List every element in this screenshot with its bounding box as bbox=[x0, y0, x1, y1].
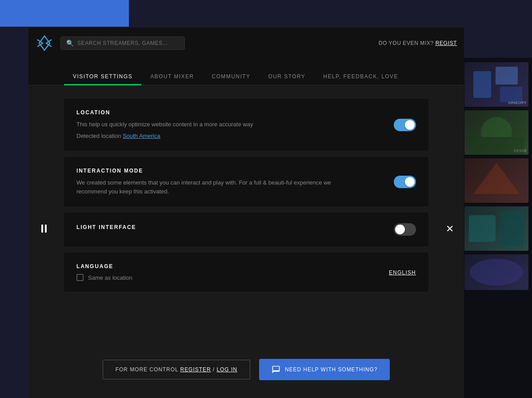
light-interface-title: LIGHT INTERFACE bbox=[76, 224, 385, 230]
location-toggle-track bbox=[394, 119, 416, 131]
same-as-location-row[interactable]: Same as location bbox=[76, 274, 389, 281]
header: 🔍 DO YOU EVEN MIX? REGIST bbox=[28, 28, 464, 59]
interaction-mode-content: INTERACTION MODE We created some element… bbox=[76, 168, 385, 196]
location-content: LOCATION This help us quickly optimize w… bbox=[76, 109, 385, 140]
tab-visitor-settings[interactable]: VISITOR SETTINGS bbox=[64, 68, 141, 85]
location-toggle-wrap[interactable] bbox=[394, 119, 416, 131]
register-control-button[interactable]: FOR MORE CONTROL REGISTER / LOG IN bbox=[103, 360, 250, 379]
svg-rect-5 bbox=[469, 137, 524, 155]
game-thumb-1[interactable]: ARMORY bbox=[464, 62, 528, 107]
search-input[interactable] bbox=[77, 40, 175, 46]
svg-rect-3 bbox=[500, 87, 522, 102]
pause-bar-2 bbox=[45, 225, 47, 233]
location-toggle[interactable] bbox=[394, 119, 416, 131]
game-thumb-3[interactable] bbox=[464, 158, 528, 203]
interaction-toggle-track bbox=[394, 176, 416, 188]
location-title: LOCATION bbox=[76, 109, 385, 116]
footer-register-link[interactable]: REGISTER bbox=[180, 366, 211, 373]
pause-bar-1 bbox=[41, 225, 43, 233]
search-icon: 🔍 bbox=[66, 40, 74, 47]
light-interface-toggle-thumb bbox=[395, 225, 405, 234]
need-help-button[interactable]: NEED HELP WITH SOMETHING? bbox=[259, 359, 390, 380]
tab-community[interactable]: COMMUNITY bbox=[203, 68, 259, 85]
interaction-mode-title: INTERACTION MODE bbox=[76, 168, 385, 174]
language-title: LANGUAGE bbox=[76, 263, 389, 269]
help-button-label: NEED HELP WITH SOMETHING? bbox=[285, 366, 377, 373]
interaction-mode-desc: We created some elements that you can in… bbox=[76, 178, 343, 196]
location-toggle-thumb bbox=[405, 120, 415, 130]
svg-rect-6 bbox=[469, 215, 496, 242]
game-thumb-2[interactable]: DEMO bbox=[464, 110, 528, 155]
game-thumb-4[interactable] bbox=[464, 206, 528, 251]
mixer-logo[interactable] bbox=[36, 34, 53, 52]
footer-login-link[interactable]: LOG IN bbox=[216, 366, 237, 373]
main-content: LOCATION This help us quickly optimize w… bbox=[28, 85, 464, 398]
footer-bar: FOR MORE CONTROL REGISTER / LOG IN NEED … bbox=[28, 359, 464, 380]
light-interface-toggle-wrap[interactable] bbox=[394, 223, 416, 236]
chat-icon bbox=[272, 365, 280, 374]
location-detected: Detected location South America bbox=[76, 132, 343, 141]
light-interface-toggle[interactable] bbox=[394, 223, 416, 236]
game-thumb-5[interactable] bbox=[464, 254, 528, 290]
svg-rect-1 bbox=[473, 71, 491, 98]
language-content: LANGUAGE Same as location bbox=[76, 263, 389, 281]
same-as-location-checkbox[interactable] bbox=[76, 274, 84, 281]
interaction-toggle[interactable] bbox=[394, 176, 416, 188]
nav-tabs: VISITOR SETTINGS ABOUT MIXER COMMUNITY O… bbox=[28, 59, 464, 85]
current-language[interactable]: ENGLISH bbox=[389, 269, 416, 276]
location-section: LOCATION This help us quickly optimize w… bbox=[64, 99, 428, 151]
close-button[interactable]: ✕ bbox=[443, 222, 456, 236]
svg-rect-7 bbox=[500, 211, 524, 246]
register-link[interactable]: REGIST bbox=[436, 40, 457, 46]
light-interface-section: LIGHT INTERFACE bbox=[64, 213, 428, 246]
light-interface-content: LIGHT INTERFACE bbox=[76, 224, 385, 235]
bg-blue-top bbox=[0, 0, 129, 27]
location-desc: This help us quickly optimize website co… bbox=[76, 120, 343, 129]
same-as-location-label: Same as location bbox=[88, 274, 132, 281]
interaction-toggle-thumb bbox=[405, 177, 415, 187]
header-cta: DO YOU EVEN MIX? REGIST bbox=[379, 40, 457, 46]
detected-location-link[interactable]: South America bbox=[123, 133, 160, 139]
pause-icon[interactable] bbox=[41, 225, 47, 233]
interaction-toggle-wrap[interactable] bbox=[394, 176, 416, 188]
search-box[interactable]: 🔍 bbox=[60, 36, 185, 50]
language-section: LANGUAGE Same as location ENGLISH bbox=[64, 253, 428, 292]
svg-rect-2 bbox=[496, 67, 518, 84]
tab-about-mixer[interactable]: ABOUT MIXER bbox=[141, 68, 203, 85]
light-interface-toggle-track bbox=[394, 223, 416, 236]
right-panel: ARMORY DEMO bbox=[461, 58, 532, 398]
language-value-wrap[interactable]: ENGLISH bbox=[389, 268, 416, 276]
tab-our-story[interactable]: OUR STORY bbox=[259, 68, 314, 85]
svg-point-8 bbox=[470, 259, 523, 285]
tab-help[interactable]: HELP, FEEDBACK, LOVE bbox=[314, 68, 407, 85]
interaction-mode-section: INTERACTION MODE We created some element… bbox=[64, 157, 428, 206]
